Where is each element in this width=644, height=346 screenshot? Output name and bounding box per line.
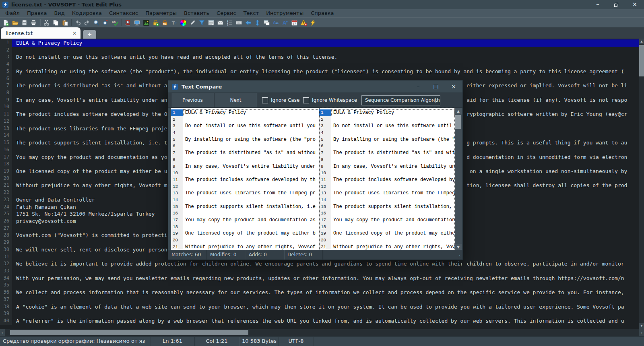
ignore-case-checkbox[interactable]: Ignore Case	[262, 93, 299, 107]
add-tab-button[interactable]: +	[83, 30, 96, 39]
svg-text:A: A	[283, 20, 287, 26]
checkbox-icon[interactable]	[303, 97, 309, 103]
compare-pane-left[interactable]: 1EULA & Privacy Policy23Do not install o…	[171, 108, 319, 250]
menu-item[interactable]: Сервис	[213, 9, 240, 17]
search-icon[interactable]	[92, 19, 101, 27]
text-compare-dialog: Text Compare – □ × Previous Next Ignore …	[168, 80, 463, 260]
editor-line-text[interactable]	[12, 47, 639, 54]
scroll-right-arrow[interactable]: ›	[639, 329, 644, 336]
editor-line-text[interactable]	[12, 296, 639, 303]
editor-line-text[interactable]: By installing or using the software (the…	[12, 68, 639, 75]
menu-item[interactable]: Кодировка	[68, 9, 105, 17]
menu-item[interactable]: Синтаксис	[105, 9, 142, 17]
editor-line-text[interactable]: A "referrer" is the information passed a…	[12, 317, 639, 325]
next-button[interactable]: Next	[214, 93, 257, 107]
previous-button[interactable]: Previous	[171, 93, 214, 107]
pane-scroll-thumb[interactable]	[455, 115, 461, 129]
save-icon[interactable]	[20, 19, 29, 27]
status-cell-empty	[314, 337, 644, 346]
editor-line-text[interactable]: We collect and process information that …	[12, 289, 639, 296]
dictionary-search-icon[interactable]	[124, 19, 132, 27]
algorithm-dropdown[interactable]: Sequence Comparison Algorithm	[361, 95, 440, 105]
pane-scroll-up-arrow[interactable]: ▲	[455, 108, 462, 114]
copy-icon[interactable]	[52, 19, 60, 27]
ignore-whitespace-checkbox[interactable]: Ignore Whitespace	[303, 93, 357, 107]
line-number: 39	[0, 310, 12, 317]
editor-line-text[interactable]	[12, 268, 639, 275]
menu-item[interactable]: Справка	[307, 9, 337, 17]
pen-icon[interactable]	[188, 19, 197, 27]
warning-remove-icon[interactable]: !	[299, 19, 308, 27]
editor-line-text[interactable]	[12, 61, 639, 68]
spell-check-icon[interactable]: ab	[111, 19, 119, 27]
calendar-icon[interactable]: 17	[290, 19, 299, 27]
editor-line-text[interactable]: A "cookie" is an element of data that a …	[12, 303, 639, 311]
color-wheel-icon[interactable]	[179, 19, 188, 27]
print-icon[interactable]	[29, 19, 38, 27]
numbered-list-icon[interactable]: 123	[225, 19, 234, 27]
editor-line-text[interactable]: EULA & Privacy Policy	[12, 39, 639, 47]
font-larger-icon[interactable]: A	[281, 19, 289, 27]
dialog-title-bar: Text Compare – □ ×	[168, 80, 462, 93]
scroll-up-arrow[interactable]: ▲	[639, 39, 644, 44]
lock-edit-icon[interactable]: EC	[161, 19, 169, 27]
resize-grip[interactable]: ∴	[458, 255, 462, 260]
compare-line-text: One licensed copy of the product may eit…	[183, 230, 319, 237]
editor-line-text[interactable]: We believe it is important to provide ad…	[12, 260, 639, 268]
compare-line-number: 18	[171, 224, 183, 231]
minimize-button[interactable]: –	[588, 0, 607, 9]
tab-license-txt[interactable]: license.txt ×	[1, 27, 80, 39]
new-file-icon[interactable]	[2, 19, 10, 27]
compare-line-text: In any case, Vovsoft's entire liability …	[183, 163, 319, 170]
menu-item[interactable]: Параметры	[142, 9, 180, 17]
lock-add-icon[interactable]	[151, 19, 160, 27]
editor-vertical-scrollbar[interactable]: ▲ ▼	[639, 39, 644, 329]
dialog-maximize-button[interactable]: □	[427, 80, 445, 93]
panel-list-icon[interactable]	[207, 19, 215, 27]
editor-line-text[interactable]	[12, 310, 639, 317]
email-icon[interactable]	[216, 19, 225, 27]
lightning-icon[interactable]	[309, 19, 317, 27]
menu-item[interactable]: Файл	[2, 9, 23, 17]
compare-line-text: You may copy the product and documentati…	[183, 217, 319, 224]
editor-line-text[interactable]: Do not install or use this software unti…	[12, 54, 639, 61]
font-style-icon[interactable]: TT	[170, 19, 178, 27]
editor-line-text[interactable]: With your permission, we may send you ne…	[12, 275, 639, 282]
monitor-icon[interactable]	[133, 19, 141, 27]
menu-item[interactable]: Текст	[240, 9, 263, 17]
pane-vertical-scrollbar[interactable]: ▲ ▼	[455, 108, 462, 250]
compare-line-text: In any case, Vovsoft's entire liability …	[331, 163, 455, 170]
nav-back-icon[interactable]	[244, 19, 252, 27]
menu-item[interactable]: Вставить	[180, 9, 213, 17]
undo-icon[interactable]	[74, 19, 82, 27]
sort-updown-icon[interactable]	[253, 19, 262, 27]
dialog-close-button[interactable]: ×	[445, 80, 462, 93]
svg-text:ab: ab	[112, 20, 116, 23]
editor-horizontal-scrollbar[interactable]: ‹ ›	[0, 329, 644, 336]
restore-button[interactable]	[607, 0, 625, 9]
picture-icon[interactable]	[142, 19, 151, 27]
vertical-scroll-thumb[interactable]	[639, 45, 644, 76]
tab-close-icon[interactable]: ×	[72, 30, 77, 36]
duplicate-window-icon[interactable]	[262, 19, 271, 27]
open-folder-icon[interactable]	[11, 19, 19, 27]
compare-pane-right[interactable]: 1EULA & Privacy Policy23Do not install o…	[319, 108, 455, 250]
menu-item[interactable]: Правка	[23, 9, 50, 17]
dialog-minimize-button[interactable]: –	[409, 80, 427, 93]
redo-icon[interactable]	[83, 19, 91, 27]
find-replace-icon[interactable]	[101, 19, 110, 27]
editor-line-text[interactable]	[12, 282, 639, 289]
font-smaller-icon[interactable]: Aa	[272, 19, 280, 27]
cut-icon[interactable]	[42, 19, 51, 27]
scroll-down-arrow[interactable]: ▼	[639, 323, 644, 329]
horizontal-scroll-thumb[interactable]	[10, 330, 248, 335]
pane-scroll-down-arrow[interactable]: ▼	[455, 244, 462, 250]
scroll-left-arrow[interactable]: ‹	[0, 329, 5, 336]
keyboard-icon[interactable]	[235, 19, 243, 27]
menu-item[interactable]: Вид	[50, 9, 68, 17]
paste-icon[interactable]	[61, 19, 69, 27]
menu-item[interactable]: Инструменты	[262, 9, 307, 17]
filter-icon[interactable]	[198, 19, 206, 27]
close-button[interactable]: ×	[625, 0, 644, 9]
checkbox-icon[interactable]	[262, 97, 268, 103]
